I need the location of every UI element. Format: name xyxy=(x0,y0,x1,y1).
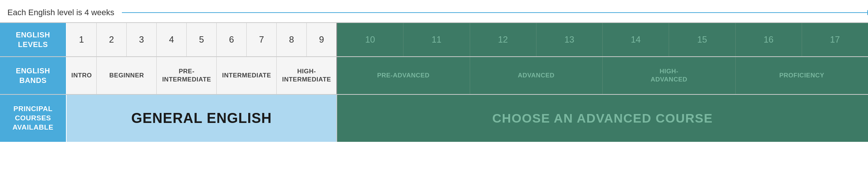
advanced-course-text: CHOOSE AN ADVANCED COURSE xyxy=(492,111,713,126)
level-cell-16: 16 xyxy=(736,23,802,56)
level-cell-1: 1 xyxy=(67,23,97,56)
light-level-cells: 1 2 3 4 5 6 7 8 9 xyxy=(67,23,337,56)
english-levels-label: ENGLISH LEVELS xyxy=(0,23,67,56)
band-high-intermediate: HIGH-INTERMEDIATE xyxy=(277,57,336,94)
level-cell-14: 14 xyxy=(603,23,669,56)
band-advanced: ADVANCED xyxy=(470,57,603,94)
main-table: ENGLISH LEVELS 1 2 3 4 5 6 7 8 9 10 11 1… xyxy=(0,22,868,142)
english-bands-label: ENGLISH BANDS xyxy=(0,57,67,94)
band-intro: INTRO xyxy=(67,57,97,94)
timeline-label: Each English level is 4 weeks xyxy=(7,8,114,17)
advanced-course: CHOOSE AN ADVANCED COURSE xyxy=(337,95,868,142)
level-cell-5: 5 xyxy=(187,23,217,56)
timeline-arrow xyxy=(122,12,868,13)
bands-row: ENGLISH BANDS INTRO BEGINNER PRE-INTERME… xyxy=(0,56,868,94)
band-pre-advanced: PRE-ADVANCED xyxy=(337,57,470,94)
levels-row: ENGLISH LEVELS 1 2 3 4 5 6 7 8 9 10 11 1… xyxy=(0,22,868,56)
level-cell-3: 3 xyxy=(127,23,157,56)
level-cell-10: 10 xyxy=(337,23,403,56)
level-cell-13: 13 xyxy=(536,23,603,56)
general-english-course: GENERAL ENGLISH xyxy=(67,95,337,142)
dark-level-cells: 10 11 12 13 14 15 16 17 xyxy=(337,23,868,56)
level-cell-7: 7 xyxy=(247,23,277,56)
level-cell-15: 15 xyxy=(669,23,735,56)
band-high-advanced: HIGH-ADVANCED xyxy=(603,57,736,94)
level-cell-17: 17 xyxy=(802,23,868,56)
level-cell-4: 4 xyxy=(157,23,187,56)
level-cell-11: 11 xyxy=(403,23,470,56)
dark-band-cells: PRE-ADVANCED ADVANCED HIGH-ADVANCED PROF… xyxy=(337,57,868,94)
principal-courses-label: PRINCIPAL COURSES AVAILABLE xyxy=(0,95,67,142)
band-intermediate: INTERMEDIATE xyxy=(217,57,277,94)
level-cell-8: 8 xyxy=(277,23,307,56)
band-pre-intermediate: PRE-INTERMEDIATE xyxy=(157,57,217,94)
level-cell-12: 12 xyxy=(470,23,536,56)
level-cell-9: 9 xyxy=(307,23,336,56)
band-proficiency: PROFICIENCY xyxy=(736,57,868,94)
general-english-text: GENERAL ENGLISH xyxy=(131,110,272,126)
timeline-bar: Each English level is 4 weeks xyxy=(0,0,868,22)
level-cell-2: 2 xyxy=(97,23,127,56)
courses-row: PRINCIPAL COURSES AVAILABLE GENERAL ENGL… xyxy=(0,94,868,142)
level-cell-6: 6 xyxy=(217,23,247,56)
light-band-cells: INTRO BEGINNER PRE-INTERMEDIATE INTERMED… xyxy=(67,57,337,94)
band-beginner: BEGINNER xyxy=(97,57,157,94)
